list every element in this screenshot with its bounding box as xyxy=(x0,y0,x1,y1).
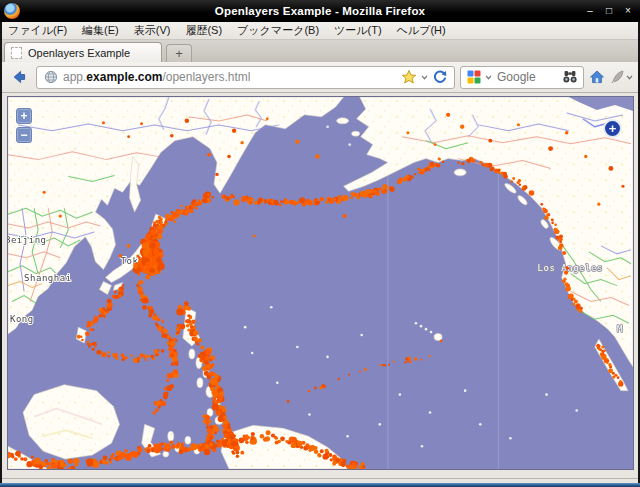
tab-bar: Openlayers Example + xyxy=(2,40,638,62)
browser-content: BeijingShanghaiKongTokyoLos AngelesM + −… xyxy=(2,93,638,478)
tab-openlayers-example[interactable]: Openlayers Example xyxy=(4,42,162,62)
map-canvas[interactable]: BeijingShanghaiKongTokyoLos AngelesM xyxy=(8,97,633,469)
url-text[interactable]: app.example.com/openlayers.html xyxy=(63,70,397,84)
new-tab-button[interactable]: + xyxy=(166,44,192,62)
quill-icon xyxy=(610,69,626,85)
openlayers-map[interactable]: BeijingShanghaiKongTokyoLos AngelesM + −… xyxy=(7,96,634,470)
binoculars-search-icon[interactable] xyxy=(562,69,578,85)
home-button[interactable] xyxy=(589,65,605,89)
tab-title: Openlayers Example xyxy=(28,47,130,59)
menu-item[interactable]: 表示(V) xyxy=(134,23,171,38)
navigation-toolbar: app.example.com/openlayers.html xyxy=(2,62,638,93)
url-path: /openlayers.html xyxy=(162,70,250,84)
search-input[interactable] xyxy=(495,69,559,85)
window-controls: – □ × xyxy=(584,0,634,22)
page-favicon-icon xyxy=(11,47,22,59)
city-label: M xyxy=(617,324,623,334)
globe-icon xyxy=(43,69,59,85)
menu-item[interactable]: ツール(T) xyxy=(334,23,382,38)
browser-window: Openlayers Example - Mozilla Firefox – □… xyxy=(0,0,640,487)
city-label: Kong xyxy=(10,314,34,324)
maximize-button[interactable]: □ xyxy=(603,0,615,22)
feeds-chevron-icon[interactable] xyxy=(626,75,633,80)
url-domain: example.com xyxy=(86,70,162,84)
city-label: Shanghai xyxy=(24,273,72,283)
city-label: Beijing xyxy=(8,235,47,245)
title-bar: Openlayers Example - Mozilla Firefox – □… xyxy=(0,0,640,22)
zoom-out-button[interactable]: − xyxy=(16,127,32,143)
city-label: Los Angeles xyxy=(538,263,603,273)
layer-switcher-button[interactable]: + xyxy=(603,119,622,138)
search-bar[interactable] xyxy=(460,66,584,89)
url-prefix: app. xyxy=(63,70,86,84)
minimize-button[interactable]: – xyxy=(584,0,596,22)
home-icon xyxy=(589,69,605,85)
menu-item[interactable]: ヘルプ(H) xyxy=(397,23,446,38)
url-bar[interactable]: app.example.com/openlayers.html xyxy=(36,66,455,89)
menu-item[interactable]: ファイル(F) xyxy=(8,23,67,38)
bookmark-chevron-icon[interactable] xyxy=(421,75,428,80)
menu-item[interactable]: 履歴(S) xyxy=(185,23,222,38)
menu-item[interactable]: ブックマーク(B) xyxy=(237,23,319,38)
back-button[interactable] xyxy=(7,65,31,89)
zoom-in-button[interactable]: + xyxy=(16,108,32,124)
bookmark-star-icon[interactable] xyxy=(401,69,417,85)
feeds-button[interactable] xyxy=(610,65,633,89)
reload-icon[interactable] xyxy=(432,69,448,85)
window-title: Openlayers Example - Mozilla Firefox xyxy=(0,5,640,17)
google-icon xyxy=(466,69,482,85)
window-status-strip xyxy=(0,483,640,487)
close-button[interactable]: × xyxy=(622,0,634,22)
search-engine-chevron-icon[interactable] xyxy=(485,75,492,80)
menu-item[interactable]: 編集(E) xyxy=(82,23,119,38)
back-arrow-icon xyxy=(11,69,27,85)
menu-bar: ファイル(F)編集(E)表示(V)履歴(S)ブックマーク(B)ツール(T)ヘルプ… xyxy=(2,22,638,40)
